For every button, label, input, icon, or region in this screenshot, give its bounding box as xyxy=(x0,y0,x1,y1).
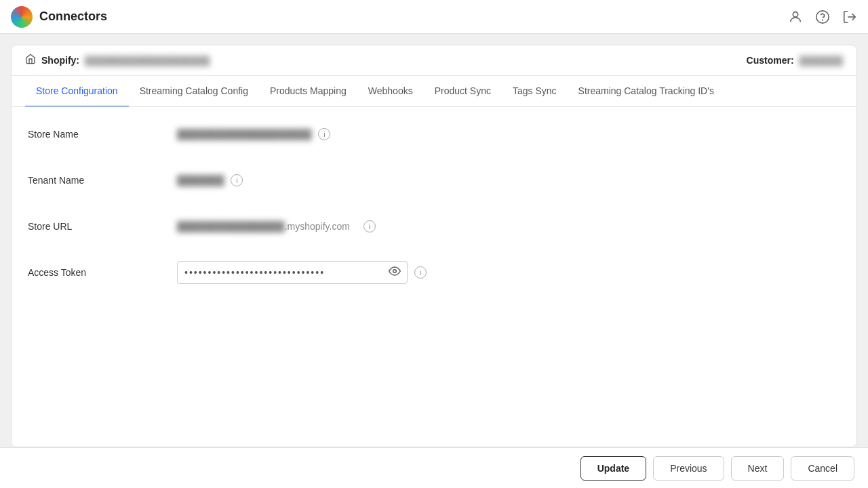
footer: Update Previous Next Cancel xyxy=(0,447,868,488)
store-name-info-icon[interactable]: i xyxy=(318,128,330,140)
cancel-button[interactable]: Cancel xyxy=(791,456,854,481)
header-icons xyxy=(788,9,857,24)
access-token-input[interactable] xyxy=(177,261,408,284)
tab-product-sync[interactable]: Product Sync xyxy=(424,76,502,107)
tenant-name-row: Tenant Name ███████ i xyxy=(28,167,840,194)
store-name-value: ████████████████████ xyxy=(177,129,311,140)
home-icon[interactable] xyxy=(25,54,36,67)
toggle-password-icon[interactable] xyxy=(389,265,401,280)
store-url-info-icon[interactable]: i xyxy=(363,220,376,232)
tenant-name-value: ███████ xyxy=(177,175,224,186)
svg-point-1 xyxy=(816,10,829,22)
svg-point-0 xyxy=(793,12,797,16)
access-token-info-icon[interactable]: i xyxy=(414,266,427,279)
shopify-store-name: ████████████████████ xyxy=(85,56,210,66)
customer-name: ███████ xyxy=(800,56,843,66)
next-button[interactable]: Next xyxy=(731,456,785,481)
app-logo xyxy=(11,6,33,28)
store-url-row: Store URL ████████████████.myshopify.com… xyxy=(28,213,840,240)
logout-icon[interactable] xyxy=(842,9,857,24)
update-button[interactable]: Update xyxy=(580,456,646,481)
tab-store-configuration[interactable]: Store Configuration xyxy=(25,76,129,107)
store-name-label: Store Name xyxy=(28,129,177,140)
store-url-value: ████████████████.myshopify.com xyxy=(177,221,350,232)
customer-info: Customer: ███████ xyxy=(747,54,843,66)
app-title: Connectors xyxy=(39,9,788,24)
tenant-name-info-icon[interactable]: i xyxy=(231,174,243,186)
access-token-row: Access Token i xyxy=(28,259,840,286)
previous-button[interactable]: Previous xyxy=(653,456,724,481)
store-name-row: Store Name ████████████████████ i xyxy=(28,121,840,148)
user-icon[interactable] xyxy=(788,9,803,24)
help-icon[interactable] xyxy=(815,9,830,24)
shopify-label: Shopify: xyxy=(41,55,79,66)
store-configuration-form: Store Name ████████████████████ i Tenant… xyxy=(12,107,856,447)
tab-webhooks[interactable]: Webhooks xyxy=(357,76,424,107)
tab-streaming-catalog-tracking[interactable]: Streaming Catalog Tracking ID's xyxy=(568,76,725,107)
access-token-label: Access Token xyxy=(28,267,177,278)
customer-label: Customer: ███████ xyxy=(747,55,843,66)
tab-streaming-catalog-config[interactable]: Streaming Catalog Config xyxy=(129,76,259,107)
store-url-label: Store URL xyxy=(28,221,177,232)
main-card: Shopify: ████████████████████ Customer: … xyxy=(11,45,857,447)
access-token-input-wrapper xyxy=(177,261,408,284)
tenant-name-label: Tenant Name xyxy=(28,175,177,186)
app-header: Connectors xyxy=(0,0,868,34)
svg-point-4 xyxy=(393,270,397,273)
main-content: Shopify: ████████████████████ Customer: … xyxy=(0,34,868,447)
tabs-container: Store Configuration Streaming Catalog Co… xyxy=(12,76,856,107)
tab-tags-sync[interactable]: Tags Sync xyxy=(502,76,568,107)
shopify-bar: Shopify: ████████████████████ Customer: … xyxy=(12,45,856,76)
shopify-bar-left: Shopify: ████████████████████ xyxy=(25,54,210,67)
tab-products-mapping[interactable]: Products Mapping xyxy=(259,76,357,107)
